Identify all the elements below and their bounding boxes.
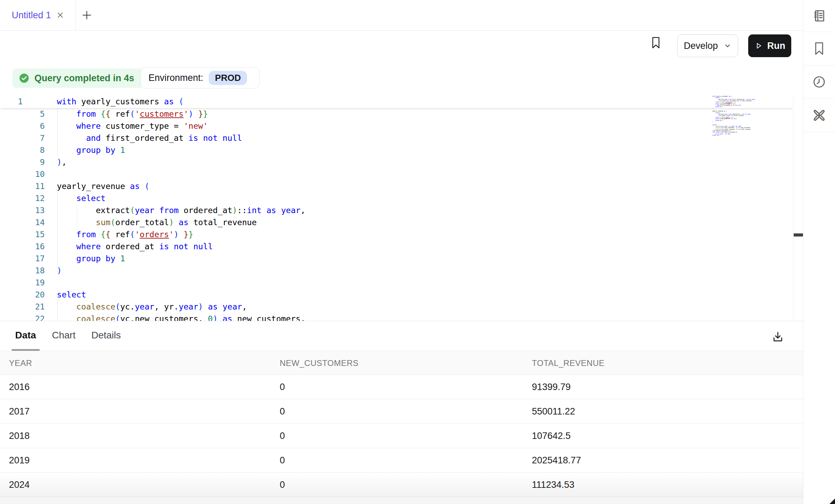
ref-link[interactable]: customers [140, 109, 184, 119]
code-line-10[interactable]: 10 [0, 168, 793, 180]
code-text: ), [57, 156, 66, 168]
line-number: 22 [0, 313, 45, 321]
develop-button[interactable]: Develop [677, 34, 738, 57]
line-number: 18 [0, 265, 45, 277]
play-icon [754, 41, 763, 50]
table-cell: 0 [280, 424, 285, 448]
code-line-18[interactable]: 18) [0, 265, 793, 277]
code-line-6[interactable]: 6 where customer_type = 'new' [0, 120, 793, 132]
code-line-7[interactable]: 7 and first_ordered_at is not null [0, 132, 793, 144]
line-number: 13 [0, 204, 45, 217]
table-cell: 2018 [9, 424, 30, 448]
table-cell: 91399.79 [532, 375, 571, 399]
column-header-year: YEAR [9, 351, 32, 375]
resize-grip[interactable] [829, 498, 835, 504]
code-line-8[interactable]: 8 group by 1 [0, 144, 793, 156]
code-line-16[interactable]: 16 where ordered_at is not null [0, 241, 793, 253]
editor-scrollbar-thumb[interactable] [794, 233, 803, 237]
table-cell: 2025418.77 [532, 448, 581, 472]
code-line-14[interactable]: 14 sum(order_total) as total_revenue [0, 217, 793, 229]
download-icon[interactable] [770, 329, 785, 345]
tab-untitled-1[interactable]: Untitled 1 [0, 0, 76, 30]
minimap[interactable]: with yearly_customers as ( select extrac… [712, 96, 788, 136]
table-cell: 2019 [9, 448, 30, 472]
results-panel: DataChartDetails YEARNEW_CUSTOMERSTOTAL_… [0, 321, 803, 497]
table-cell: 0 [280, 448, 285, 472]
line-number: 14 [0, 217, 45, 229]
code-line-1[interactable]: 1with yearly_customers as ( [0, 96, 793, 108]
results-table-header: YEARNEW_CUSTOMERSTOTAL_REVENUE [0, 351, 803, 375]
code-editor[interactable]: 5 from {{ ref('customers') }}6 where cus… [0, 96, 803, 321]
minimap-line: order by 1 [712, 135, 788, 136]
tab-title: Untitled 1 [12, 10, 51, 21]
sticky-scroll-line[interactable]: 1with yearly_customers as ( [0, 96, 793, 108]
line-number: 17 [0, 253, 45, 265]
code-line-13[interactable]: 13 extract(year from ordered_at)::int as… [0, 204, 793, 217]
code-line-17[interactable]: 17 group by 1 [0, 253, 793, 265]
code-line-20[interactable]: 20select [0, 289, 793, 301]
column-header-total_revenue: TOTAL_REVENUE [532, 351, 605, 375]
code-text: extract(year from ordered_at)::int as ye… [57, 204, 306, 217]
bookmark-icon[interactable] [649, 35, 663, 50]
table-cell: 2024 [9, 473, 30, 497]
code-text: select [57, 289, 86, 301]
table-row: 20170550011.22 [0, 399, 803, 424]
table-row: 20240111234.53 [0, 473, 803, 497]
sidebar-item-notebook[interactable] [803, 0, 835, 32]
line-number: 8 [0, 144, 45, 156]
code-line-21[interactable]: 21 coalesce(yc.year, yr.year) as year, [0, 301, 793, 313]
code-line-11[interactable]: 11yearly_revenue as ( [0, 180, 793, 192]
table-cell: 0 [280, 473, 285, 497]
notebook-icon [812, 9, 826, 23]
sidebar-item-bookmarks[interactable] [803, 32, 835, 65]
status-row: Query completed in 4s Environment: PROD [0, 65, 803, 96]
chevron-down-icon [723, 42, 732, 50]
table-cell: 550011.22 [532, 399, 575, 423]
run-button[interactable]: Run [748, 34, 791, 57]
results-tab-chart[interactable]: Chart [49, 321, 79, 351]
code-text: sum(order_total) as total_revenue [57, 217, 257, 229]
close-icon[interactable] [56, 11, 65, 20]
code-text: coalesce(yc.year, yr.year) as year, [57, 301, 247, 313]
code-line-15[interactable]: 15 from {{ ref('orders') }} [0, 229, 793, 241]
new-tab-button[interactable] [79, 8, 94, 23]
line-number: 6 [0, 120, 45, 132]
code-text: ) [57, 265, 62, 277]
query-status-badge: Query completed in 4s [12, 69, 143, 88]
results-tab-details[interactable]: Details [88, 321, 124, 351]
sidebar-item-history[interactable] [803, 65, 835, 99]
code-line-12[interactable]: 12 select [0, 192, 793, 204]
code-text: yearly_revenue as ( [57, 180, 150, 192]
sidebar-item-lineage[interactable] [803, 99, 835, 132]
code-text: from {{ ref('orders') }} [57, 229, 193, 241]
code-line-5[interactable]: 5 from {{ ref('customers') }} [0, 108, 793, 120]
code-lines: 5 from {{ ref('customers') }}6 where cus… [0, 108, 793, 321]
environment-label: Environment: [148, 73, 203, 83]
code-line-22[interactable]: 22 coalesce(yc.new_customers, 0) as new_… [0, 313, 793, 321]
line-number: 16 [0, 241, 45, 253]
line-number: 11 [0, 180, 45, 192]
environment-select[interactable]: Environment: PROD [141, 67, 260, 88]
environment-value-chip: PROD [209, 71, 247, 85]
code-text: coalesce(yc.new_customers, 0) as new_cus… [57, 313, 306, 321]
column-header-new_customers: NEW_CUSTOMERS [280, 351, 359, 375]
query-status-text: Query completed in 4s [34, 73, 134, 84]
line-number: 15 [0, 229, 45, 241]
bookmark-icon [812, 41, 826, 56]
ref-link[interactable]: orders [140, 230, 169, 239]
line-number: 20 [0, 289, 45, 301]
develop-button-label: Develop [684, 41, 718, 51]
results-tab-data[interactable]: Data [12, 321, 40, 351]
code-text: and first_ordered_at is not null [57, 132, 242, 144]
table-row: 2016091399.79 [0, 375, 803, 399]
clock-icon [812, 75, 826, 89]
horizontal-scrollbar-track[interactable] [0, 497, 803, 504]
code-text: group by 1 [57, 144, 125, 156]
table-cell: 2016 [9, 375, 30, 399]
editor-scrollbar-track[interactable] [793, 96, 803, 321]
table-row: 20180107642.5 [0, 424, 803, 448]
code-line-9[interactable]: 9), [0, 156, 793, 168]
table-cell: 0 [280, 399, 285, 423]
line-number: 7 [0, 132, 45, 144]
code-line-19[interactable]: 19 [0, 277, 793, 289]
